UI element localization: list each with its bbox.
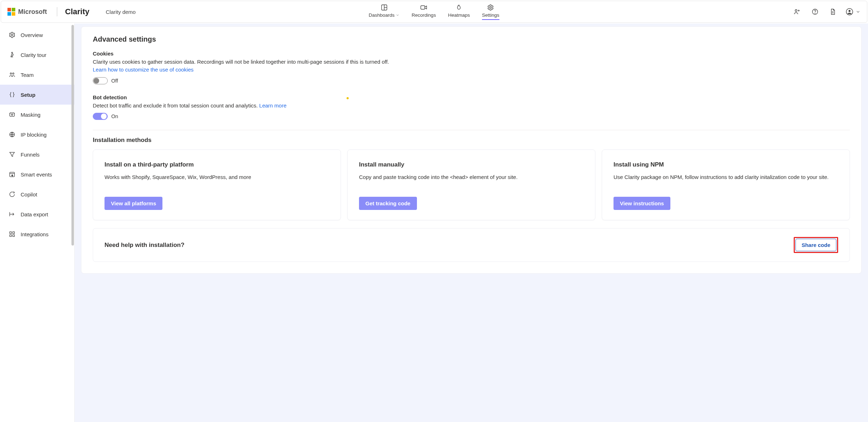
svg-rect-29 — [13, 235, 15, 237]
main-content: Advanced settings Cookies Clarity uses c… — [75, 23, 868, 422]
help-title: Need help with installation? — [105, 242, 184, 249]
sidebar-item-label: Copilot — [21, 191, 37, 197]
header-tools — [792, 7, 861, 17]
installation-heading: Installation methods — [93, 137, 850, 144]
nav-heatmaps-label: Heatmaps — [448, 12, 470, 18]
sidebar-item-label: Data export — [21, 211, 48, 217]
funnel-icon — [9, 151, 16, 158]
clarity-brand[interactable]: Clarity — [65, 7, 89, 16]
top-bar: Microsoft Clarity Clarity demo Dashboard… — [1, 1, 867, 23]
sidebar-item-label: Setup — [21, 92, 36, 98]
bot-toggle-label: On — [111, 114, 118, 119]
nav-dashboards[interactable]: Dashboards — [369, 4, 400, 20]
sidebar-item-smart-events[interactable]: Smart events — [0, 164, 74, 184]
view-all-platforms-button[interactable]: View all platforms — [105, 197, 162, 210]
svg-point-10 — [815, 13, 815, 14]
bot-detection-setting: Bot detection Detect bot traffic and exc… — [93, 94, 850, 120]
svg-marker-4 — [425, 6, 427, 9]
project-picker[interactable]: Clarity demo — [106, 9, 140, 15]
gear-icon — [9, 31, 16, 38]
get-tracking-code-button[interactable]: Get tracking code — [359, 197, 417, 210]
sidebar-item-label: Smart events — [21, 172, 52, 178]
sidebar-item-masking[interactable]: Masking — [0, 105, 74, 125]
sidebar-item-setup[interactable]: Setup — [0, 85, 74, 105]
settings-sidebar: Overview Clarity tour Team Setup Masking… — [0, 23, 75, 422]
bot-toggle[interactable] — [93, 113, 108, 120]
microsoft-logo[interactable]: Microsoft — [7, 8, 47, 16]
card-desc: Use Clarity package on NPM, follow instr… — [614, 173, 838, 189]
cookies-learn-link[interactable]: Learn how to customize the use of cookie… — [93, 67, 194, 73]
chat-arrow-icon — [9, 191, 16, 198]
sidebar-item-label: Overview — [21, 32, 43, 38]
svg-rect-3 — [421, 6, 425, 9]
calendar-bolt-icon — [9, 171, 16, 178]
bot-learn-link[interactable]: Learn more — [259, 102, 286, 109]
sidebar-item-funnels[interactable]: Funnels — [0, 144, 74, 164]
sidebar-item-overview[interactable]: Overview — [0, 25, 74, 45]
svg-point-17 — [10, 73, 12, 74]
sidebar-item-copilot[interactable]: Copilot — [0, 184, 74, 204]
view-instructions-button[interactable]: View instructions — [614, 197, 670, 210]
card-title: Install using NPM — [614, 161, 838, 168]
project-name: Clarity demo — [106, 9, 135, 15]
chevron-down-icon — [856, 9, 861, 14]
nav-recordings[interactable]: Recordings — [412, 4, 436, 20]
settings-panel: Advanced settings Cookies Clarity uses c… — [81, 26, 862, 274]
sidebar-item-clarity-tour[interactable]: Clarity tour — [0, 45, 74, 65]
account-menu[interactable] — [846, 8, 861, 16]
people-add-icon[interactable] — [792, 7, 802, 17]
bot-desc: Detect bot traffic and exclude it from t… — [93, 102, 259, 109]
svg-rect-28 — [10, 235, 11, 237]
svg-point-5 — [490, 6, 492, 8]
svg-point-6 — [795, 10, 797, 11]
install-cards: Install on a third-party platform Works … — [93, 149, 850, 220]
bot-title: Bot detection — [93, 94, 850, 100]
document-icon[interactable] — [828, 7, 838, 17]
sidebar-item-label: Team — [21, 72, 34, 78]
card-desc: Works with Shopify, SquareSpace, Wix, Wo… — [105, 173, 329, 189]
chevron-down-icon — [396, 13, 400, 17]
microsoft-word: Microsoft — [18, 8, 47, 16]
share-code-highlight: Share code — [794, 237, 838, 253]
install-card-third-party: Install on a third-party platform Works … — [93, 149, 341, 220]
sidebar-item-integrations[interactable]: Integrations — [0, 224, 74, 244]
help-icon[interactable] — [810, 7, 820, 17]
svg-point-20 — [11, 114, 13, 115]
card-title: Install manually — [359, 161, 584, 168]
gear-icon — [487, 4, 494, 11]
sidebar-item-team[interactable]: Team — [0, 65, 74, 85]
card-title: Install on a third-party platform — [105, 161, 329, 168]
install-card-manual: Install manually Copy and paste tracking… — [347, 149, 595, 220]
sidebar-item-label: Clarity tour — [21, 52, 47, 58]
sidebar-item-label: Funnels — [21, 152, 39, 158]
microsoft-tiles-icon — [7, 8, 15, 16]
export-icon — [9, 211, 16, 218]
sidebar-item-label: IP blocking — [21, 132, 47, 138]
sidebar-item-data-export[interactable]: Data export — [0, 204, 74, 224]
braces-icon — [9, 91, 16, 98]
sidebar-item-label: Masking — [21, 112, 41, 118]
globe-block-icon — [9, 131, 16, 138]
svg-rect-27 — [13, 232, 15, 233]
sidebar-item-ip-blocking[interactable]: IP blocking — [0, 125, 74, 144]
svg-rect-19 — [10, 113, 14, 116]
nav-recordings-label: Recordings — [412, 12, 436, 18]
nav-heatmaps[interactable]: Heatmaps — [448, 4, 470, 20]
section-divider — [93, 130, 850, 130]
share-code-button[interactable]: Share code — [795, 239, 836, 251]
svg-point-16 — [11, 52, 12, 53]
cookies-setting: Cookies Clarity uses cookies to gather s… — [93, 51, 850, 84]
cookies-toggle-label: Off — [111, 78, 118, 84]
dashboards-icon — [381, 4, 388, 11]
nav-settings[interactable]: Settings — [482, 4, 499, 20]
svg-rect-26 — [10, 232, 11, 233]
svg-point-14 — [848, 10, 851, 12]
shell: Overview Clarity tour Team Setup Masking… — [0, 23, 868, 422]
help-bar: Need help with installation? Share code — [93, 228, 850, 262]
card-desc: Copy and paste tracking code into the <h… — [359, 173, 584, 189]
team-icon — [9, 71, 16, 78]
cookies-toggle[interactable] — [93, 77, 108, 84]
grid-icon — [9, 231, 16, 238]
install-card-npm: Install using NPM Use Clarity package on… — [602, 149, 850, 220]
flame-icon — [455, 4, 462, 11]
